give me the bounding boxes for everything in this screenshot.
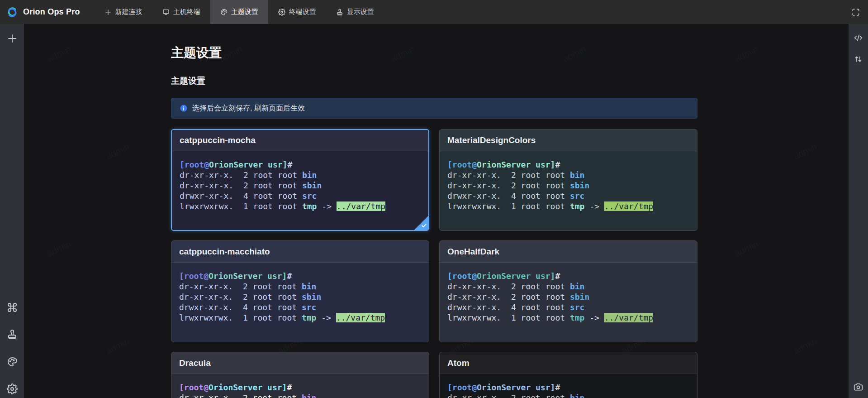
stamp-icon[interactable]	[7, 329, 18, 340]
theme-card-Dracula[interactable]: Dracula [root@OrionServer usr]#dr-xr-xr-…	[171, 352, 429, 398]
prompt-hash: #	[287, 383, 292, 392]
prompt-host: OrionServer	[209, 160, 263, 169]
theme-name: catppuccin-mocha	[180, 135, 256, 145]
file-name: bin	[570, 393, 585, 398]
nav-tab-5[interactable]: 显示设置	[326, 0, 384, 24]
file-name: src	[302, 191, 317, 201]
selected-badge	[414, 216, 428, 230]
info-banner: 选择后会立刻保存, 刷新页面后生效	[171, 98, 697, 119]
terminal-line: drwxr-xr-x. 4 root root src	[447, 302, 689, 312]
nav-tab-3[interactable]: 主题设置	[210, 0, 268, 24]
nav-tab-label: 显示设置	[347, 8, 374, 16]
prompt-path: usr]	[531, 383, 555, 392]
code-icon[interactable]	[854, 33, 863, 43]
terminal-preview: [root@OrionServer usr]#dr-xr-xr-x. 2 roo…	[171, 263, 429, 323]
file-name: bin	[570, 282, 585, 291]
prompt-host: OrionServer	[209, 383, 262, 392]
watermark-text: admin	[733, 239, 760, 259]
navbar-right	[852, 0, 868, 24]
theme-card-Atom[interactable]: Atom [root@OrionServer usr]#dr-xr-xr-x. …	[439, 352, 697, 398]
nav-tab-label: 新建连接	[115, 8, 142, 16]
terminal-preview: [root@OrionServer usr]#dr-xr-xr-x. 2 roo…	[172, 151, 428, 211]
terminal-prompt-line: [root@OrionServer usr]#	[447, 382, 689, 393]
file-name: bin	[302, 393, 317, 398]
left-rail	[0, 24, 24, 398]
command-icon[interactable]	[7, 302, 18, 313]
terminal-prompt-line: [root@OrionServer usr]#	[179, 271, 421, 281]
app-logo-icon	[6, 6, 19, 19]
terminal-preview: [root@OrionServer usr]#dr-xr-xr-x. 2 roo…	[440, 263, 697, 323]
watermark-text: admin	[792, 336, 819, 356]
prompt-user: [root@	[179, 271, 209, 281]
terminal-line: dr-xr-xr-x. 2 root root bin	[180, 170, 421, 180]
right-rail	[849, 24, 868, 398]
file-permissions: drwxr-xr-x. 4 root root	[179, 302, 302, 312]
file-permissions: lrwxrwxrwx. 1 root root	[447, 201, 570, 211]
nav-tab-label: 终端设置	[289, 8, 316, 16]
gear-icon[interactable]	[7, 384, 18, 394]
file-permissions: lrwxrwxrwx. 1 root root	[447, 313, 570, 322]
terminal-line: drwxr-xr-x. 4 root root src	[447, 191, 689, 201]
prompt-host: OrionServer	[209, 271, 262, 281]
theme-name: OneHalfDark	[447, 247, 499, 257]
nav-tab-2[interactable]: 主机终端	[152, 0, 210, 24]
fullscreen-icon[interactable]	[852, 8, 860, 16]
file-permissions: dr-xr-xr-x. 2 root root	[180, 170, 302, 180]
link-target: ../var/tmp	[336, 313, 385, 322]
plus-icon[interactable]	[7, 33, 18, 44]
theme-grid: catppuccin-mocha [root@OrionServer usr]#…	[171, 129, 697, 398]
file-permissions: dr-xr-xr-x. 2 root root	[179, 282, 302, 291]
terminal-line: dr-xr-xr-x. 2 root root sbin	[180, 180, 421, 191]
camera-icon[interactable]	[854, 382, 863, 392]
main-content: adminadminadminadminadminadminadminadmin…	[24, 24, 849, 398]
terminal-line: lrwxrwxrwx. 1 root root tmp -> ../var/tm…	[180, 201, 421, 211]
terminal-line: dr-xr-xr-x. 2 root root bin	[447, 170, 689, 180]
terminal-line: drwxr-xr-x. 4 root root src	[180, 191, 421, 201]
theme-card-header: OneHalfDark	[440, 241, 697, 263]
file-permissions: dr-xr-xr-x. 2 root root	[447, 393, 570, 398]
prompt-hash: #	[555, 383, 560, 392]
prompt-hash: #	[555, 160, 560, 169]
theme-card-catppuccin-mocha[interactable]: catppuccin-mocha [root@OrionServer usr]#…	[171, 129, 429, 231]
file-permissions: dr-xr-xr-x. 2 root root	[447, 170, 570, 180]
file-name: tmp	[302, 201, 317, 211]
file-permissions: drwxr-xr-x. 4 root root	[180, 191, 302, 201]
terminal-line: dr-xr-xr-x. 2 root root bin	[179, 393, 421, 398]
watermark-text: admin	[792, 141, 819, 162]
terminal-line: dr-xr-xr-x. 2 root root sbin	[179, 292, 421, 302]
prompt-user: [root@	[447, 160, 477, 169]
top-navbar: Orion Ops Pro 新建连接 主机终端 主题设置 终端设置 显示设置	[0, 0, 868, 24]
brand-name: Orion Ops Pro	[23, 7, 80, 17]
nav-tab-4[interactable]: 终端设置	[268, 0, 326, 24]
content-column: 主题设置 主题设置 选择后会立刻保存, 刷新页面后生效 catppuccin-m…	[171, 24, 697, 398]
info-banner-text: 选择后会立刻保存, 刷新页面后生效	[192, 104, 305, 113]
brand: Orion Ops Pro	[0, 0, 80, 24]
file-name: src	[570, 191, 585, 201]
prompt-user: [root@	[447, 271, 477, 281]
terminal-line: lrwxrwxrwx. 1 root root tmp -> ../var/tm…	[447, 201, 689, 211]
terminal-prompt-line: [root@OrionServer usr]#	[447, 159, 689, 170]
page-title: 主题设置	[171, 44, 697, 62]
nav-tab-1[interactable]: 新建连接	[95, 0, 152, 24]
link-target: ../var/tmp	[337, 201, 385, 211]
terminal-line: dr-xr-xr-x. 2 root root sbin	[447, 180, 689, 191]
palette-icon[interactable]	[7, 356, 18, 367]
file-name: sbin	[570, 181, 589, 190]
prompt-path: usr]	[531, 271, 555, 281]
file-permissions: dr-xr-xr-x. 2 root root	[179, 393, 302, 398]
palette-icon	[220, 9, 228, 16]
stamp-icon	[336, 9, 343, 16]
file-permissions: lrwxrwxrwx. 1 root root	[180, 201, 302, 211]
theme-card-OneHalfDark[interactable]: OneHalfDark [root@OrionServer usr]#dr-xr…	[439, 240, 697, 342]
sort-icon[interactable]	[854, 54, 863, 64]
terminal-prompt-line: [root@OrionServer usr]#	[180, 159, 421, 170]
terminal-prompt-line: [root@OrionServer usr]#	[179, 382, 421, 393]
theme-card-catppuccin-macchiato[interactable]: catppuccin-macchiato [root@OrionServer u…	[171, 240, 429, 342]
theme-card-MaterialDesignColors[interactable]: MaterialDesignColors [root@OrionServer u…	[439, 129, 697, 231]
terminal-prompt-line: [root@OrionServer usr]#	[447, 271, 689, 281]
prompt-user: [root@	[447, 383, 477, 392]
theme-card-header: catppuccin-mocha	[172, 130, 428, 151]
file-permissions: dr-xr-xr-x. 2 root root	[447, 282, 570, 291]
prompt-user: [root@	[180, 160, 209, 169]
link-arrow: ->	[317, 201, 336, 211]
